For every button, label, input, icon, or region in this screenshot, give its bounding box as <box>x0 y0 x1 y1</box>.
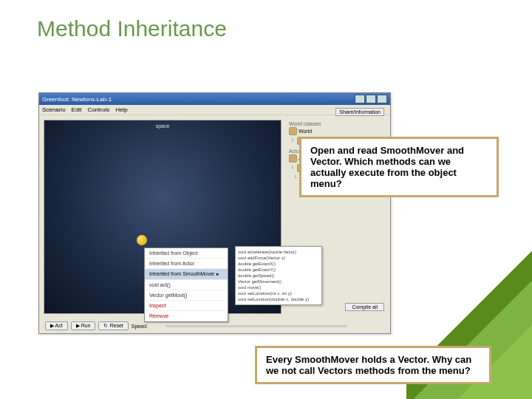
pop-item[interactable]: void accelerate(double factor) <box>238 249 319 255</box>
greenfoot-window: Greenfoot: Newtons-Lab-1 Scenario Edit C… <box>38 92 391 334</box>
speed-slider[interactable] <box>166 325 347 327</box>
class-icon <box>289 127 297 135</box>
run-button[interactable]: ▶ Run <box>71 321 96 330</box>
speed-label: Speed: <box>132 324 148 329</box>
maximize-icon[interactable] <box>366 95 376 103</box>
context-menu: Inherited from Object Inherited from Act… <box>144 248 228 322</box>
ctx-getmovt[interactable]: Vector getMovt() <box>145 290 228 301</box>
menu-help[interactable]: Help <box>115 106 127 113</box>
class-world[interactable]: World <box>299 129 312 134</box>
world-panel: space Inherited from Object Inherited fr… <box>44 120 282 314</box>
pop-item[interactable]: void setLocation(int x, int y) <box>238 290 319 296</box>
reset-button[interactable]: ↻ Reset <box>98 321 128 330</box>
ctx-inspect[interactable]: Inspect <box>145 301 228 311</box>
share-button[interactable]: Share/Information <box>335 108 384 116</box>
world-title: space <box>156 123 170 129</box>
submenu-popup: void accelerate(double factor) void addF… <box>235 246 322 305</box>
pop-item[interactable]: void setLocation(double x, double y) <box>238 296 319 302</box>
close-icon[interactable] <box>377 95 387 103</box>
ctx-inherited-actor[interactable]: Inherited from Actor <box>145 259 228 269</box>
compile-button[interactable]: Compile all <box>345 303 384 311</box>
pop-item[interactable]: Vector getMovement() <box>238 279 319 284</box>
control-bar: ▶ Act ▶ Run ↻ Reset Speed: <box>45 321 384 330</box>
slide-title: Method Inheritance <box>0 0 532 41</box>
pop-item[interactable]: void addForce(Vector v) <box>238 255 319 261</box>
menu-edit[interactable]: Edit <box>72 106 82 113</box>
callout-bottom: Every SmoothMover holds a Vector. Why ca… <box>255 346 491 384</box>
world-classes-label: World classes <box>289 121 387 126</box>
ctx-inherited-object[interactable]: Inherited from Object <box>145 248 228 259</box>
minimize-icon[interactable] <box>355 95 365 103</box>
class-icon <box>289 154 297 163</box>
menu-scenario[interactable]: Scenario <box>42 106 66 113</box>
body-actor[interactable] <box>137 235 147 245</box>
pop-item[interactable]: double getExactX() <box>238 261 319 267</box>
callout-top: Open and read SmoothMover and Vector. Wh… <box>299 137 499 197</box>
pop-item[interactable]: double getExactY() <box>238 267 319 273</box>
ctx-inherited-smoothmover[interactable]: Inherited from SmoothMover ▸ <box>145 269 228 280</box>
act-button[interactable]: ▶ Act <box>45 321 68 330</box>
pop-item[interactable]: void move() <box>238 284 319 290</box>
ctx-act[interactable]: void act() <box>145 280 228 290</box>
window-title: Greenfoot: Newtons-Lab-1 <box>42 96 354 103</box>
pop-item[interactable]: double getSpeed() <box>238 273 319 279</box>
titlebar: Greenfoot: Newtons-Lab-1 <box>39 93 390 105</box>
menu-controls[interactable]: Controls <box>87 106 109 113</box>
ctx-remove[interactable]: Remove <box>145 311 228 321</box>
